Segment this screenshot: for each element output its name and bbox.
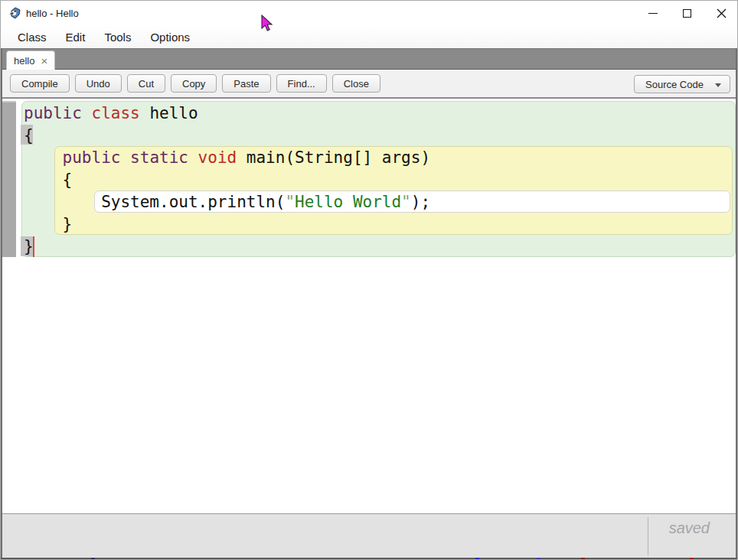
code-token: hello (140, 104, 198, 122)
code-token: " (285, 193, 295, 211)
undo-button[interactable]: Undo (75, 74, 122, 93)
view-selector-dropdown[interactable]: Source Code (634, 75, 730, 93)
code-token: void (198, 148, 237, 167)
breakpoint-gutter[interactable] (2, 101, 16, 257)
tab-bar: hello × (1, 48, 738, 70)
menu-options[interactable]: Options (150, 31, 190, 44)
code-line-2: { (24, 125, 430, 147)
find-button[interactable]: Find... (276, 74, 327, 93)
code-line-5: System.out.println("Hello World"); (24, 191, 430, 213)
close-icon (717, 8, 727, 18)
chevron-down-icon (715, 83, 721, 87)
code-token: static (130, 148, 188, 167)
code-token: class (92, 104, 140, 122)
bluej-app-icon (8, 7, 21, 20)
toolbar: Compile Undo Cut Copy Paste Find... Clos… (1, 70, 738, 99)
window-controls (635, 1, 738, 25)
code-editor[interactable]: public class hello { public static void … (1, 99, 738, 513)
code-line-6: } (24, 213, 430, 236)
menu-edit[interactable]: Edit (66, 31, 86, 44)
close-editor-button[interactable]: Close (332, 74, 380, 93)
window-title: hello - Hello (26, 8, 79, 19)
minimize-button[interactable] (635, 1, 670, 25)
code-token: ); (411, 193, 430, 211)
code-token (24, 148, 63, 167)
paste-button[interactable]: Paste (222, 74, 270, 93)
cut-button[interactable]: Cut (127, 74, 165, 93)
code-token: public (63, 148, 121, 167)
menu-tools[interactable]: Tools (104, 31, 131, 44)
maximize-icon (683, 9, 691, 18)
mouse-cursor-icon (261, 15, 273, 32)
code-token: " (401, 193, 411, 211)
code-token (120, 148, 130, 167)
code-line-3: public static void main(String[] args) (24, 147, 430, 169)
view-selector-value: Source Code (645, 79, 704, 90)
save-status-label: saved (669, 519, 710, 537)
code-token (188, 148, 198, 167)
title-bar: hello - Hello (1, 1, 738, 25)
bluej-editor-window: hello - Hello Class Edit Tools Options h… (0, 0, 738, 560)
code-token: main(String[] args) (237, 148, 430, 167)
menu-class[interactable]: Class (18, 31, 47, 44)
code-text: public class hello { public static void … (24, 103, 430, 258)
window-border-left (1, 48, 2, 558)
code-line-1: public class hello (24, 103, 430, 125)
window-border-right (736, 48, 737, 558)
tab-hello[interactable]: hello × (6, 50, 55, 70)
minimize-icon (648, 13, 658, 14)
close-button[interactable] (704, 1, 738, 25)
code-line-4: { (24, 169, 430, 191)
copy-button[interactable]: Copy (171, 74, 217, 93)
code-token (82, 104, 92, 122)
tab-label: hello (14, 55, 34, 67)
status-divider (648, 517, 648, 555)
maximize-button[interactable] (670, 1, 704, 25)
code-line-7: } (24, 236, 430, 258)
status-bar: saved (1, 513, 738, 558)
code-token: { (24, 126, 34, 145)
code-token: Hello World (295, 193, 401, 211)
tab-close-icon[interactable]: × (41, 55, 47, 67)
code-token: } (24, 215, 72, 233)
compile-button[interactable]: Compile (10, 74, 70, 93)
code-token: { (24, 171, 72, 189)
menu-bar: Class Edit Tools Options (1, 25, 738, 48)
code-token: } (24, 237, 34, 256)
code-token: System.out.println( (24, 193, 285, 211)
code-token: public (24, 104, 82, 122)
